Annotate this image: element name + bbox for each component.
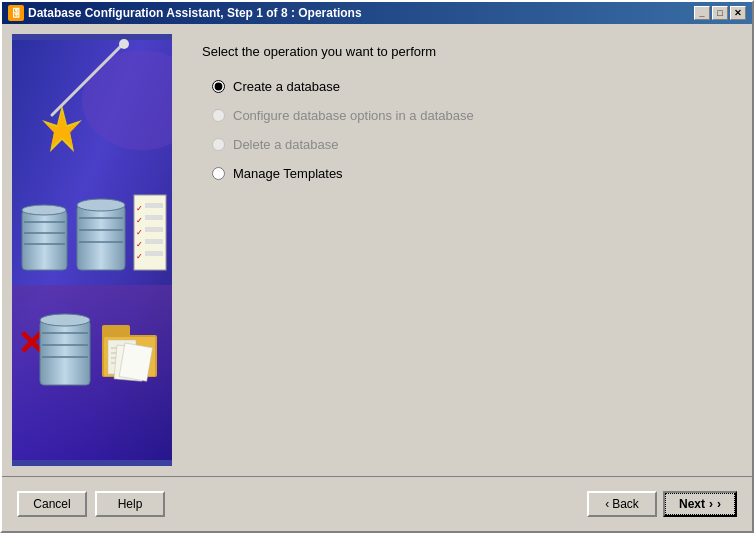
svg-rect-43 <box>119 343 152 381</box>
radio-label-3[interactable]: Delete a database <box>233 137 339 152</box>
main-window: 🗄 Database Configuration Assistant, Step… <box>0 0 754 533</box>
svg-text:✓: ✓ <box>136 228 143 237</box>
radio-delete-database[interactable] <box>212 138 225 151</box>
svg-rect-35 <box>102 325 130 337</box>
back-label: Back <box>612 497 639 511</box>
next-label: Next <box>679 497 705 511</box>
maximize-button[interactable]: □ <box>712 6 728 20</box>
svg-point-30 <box>40 314 90 326</box>
radio-label-1[interactable]: Create a database <box>233 79 340 94</box>
radio-item-4: Manage Templates <box>212 166 722 181</box>
footer-right-buttons: ‹ Back Next › › <box>587 491 737 517</box>
svg-point-7 <box>22 205 66 215</box>
back-button[interactable]: ‹ Back <box>587 491 657 517</box>
help-button[interactable]: Help <box>95 491 165 517</box>
svg-rect-24 <box>145 239 163 244</box>
svg-rect-6 <box>22 210 67 270</box>
window-icon: 🗄 <box>8 5 24 21</box>
svg-text:✓: ✓ <box>136 240 143 249</box>
radio-item-2: Configure database options in a database <box>212 108 722 123</box>
svg-rect-26 <box>145 251 163 256</box>
content-area: ✓ ✓ ✓ ✓ ✓ ✕ <box>2 24 752 476</box>
svg-point-3 <box>119 39 129 49</box>
radio-label-2[interactable]: Configure database options in a database <box>233 108 474 123</box>
next-arrow2: › <box>717 497 721 511</box>
cancel-button[interactable]: Cancel <box>17 491 87 517</box>
title-bar: 🗄 Database Configuration Assistant, Step… <box>2 2 752 24</box>
radio-manage-templates[interactable] <box>212 167 225 180</box>
radio-configure-database[interactable] <box>212 109 225 122</box>
right-panel: Select the operation you want to perform… <box>172 24 752 476</box>
svg-point-12 <box>77 199 125 211</box>
window-title: Database Configuration Assistant, Step 1… <box>28 6 362 20</box>
svg-text:✓: ✓ <box>136 216 143 225</box>
svg-rect-20 <box>145 215 163 220</box>
close-button[interactable]: ✕ <box>730 6 746 20</box>
footer: Cancel Help ‹ Back Next › › <box>2 476 752 531</box>
section-title: Select the operation you want to perform <box>202 44 722 59</box>
svg-text:✓: ✓ <box>136 252 143 261</box>
svg-rect-11 <box>77 205 125 270</box>
radio-item-3: Delete a database <box>212 137 722 152</box>
radio-label-4[interactable]: Manage Templates <box>233 166 343 181</box>
back-arrow: ‹ <box>605 497 609 511</box>
svg-rect-18 <box>145 203 163 208</box>
radio-item-1: Create a database <box>212 79 722 94</box>
footer-left-buttons: Cancel Help <box>17 491 165 517</box>
svg-text:✓: ✓ <box>136 204 143 213</box>
next-arrow: › <box>709 497 713 511</box>
minimize-button[interactable]: _ <box>694 6 710 20</box>
svg-rect-29 <box>40 320 90 385</box>
left-panel: ✓ ✓ ✓ ✓ ✓ ✕ <box>12 34 172 466</box>
radio-create-database[interactable] <box>212 80 225 93</box>
radio-group: Create a database Configure database opt… <box>202 79 722 181</box>
title-buttons: _ □ ✕ <box>694 6 746 20</box>
title-bar-left: 🗄 Database Configuration Assistant, Step… <box>8 5 362 21</box>
next-button[interactable]: Next › › <box>663 491 737 517</box>
svg-rect-22 <box>145 227 163 232</box>
